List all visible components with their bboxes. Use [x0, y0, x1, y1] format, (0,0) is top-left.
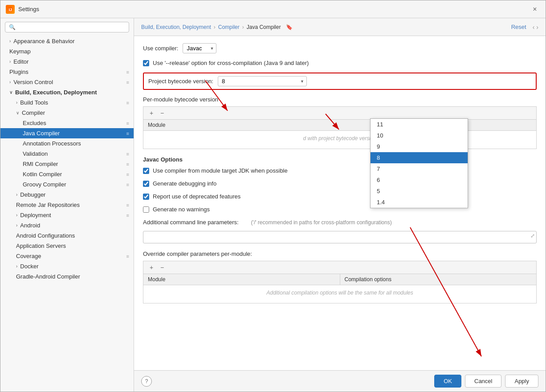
- remove-override-button[interactable]: −: [158, 263, 167, 272]
- sidebar-item-label: Android: [20, 222, 40, 229]
- ok-button[interactable]: OK: [434, 375, 461, 388]
- nav-forward-button[interactable]: ›: [536, 24, 538, 31]
- sidebar-item-android[interactable]: › Android: [0, 220, 134, 230]
- sidebar-item-deployment[interactable]: › Deployment ≡: [0, 210, 134, 220]
- per-module-table: + − Module Target bytecode version d wit…: [143, 106, 537, 149]
- override-empty-hint: Additional compilation options will be t…: [143, 285, 536, 300]
- expand-arrow-icon: ∨: [9, 90, 12, 95]
- dropdown-item-11[interactable]: 11: [371, 119, 468, 130]
- dropdown-item-14[interactable]: 1.4: [371, 197, 468, 208]
- settings-icon: ≡: [126, 202, 129, 208]
- sidebar-item-build-tools[interactable]: › Build Tools ≡: [0, 97, 134, 108]
- bytecode-version-row: Project bytecode version: 11 10 9 8 7 6 …: [143, 73, 537, 90]
- javac-options-title: Javac Options: [143, 156, 537, 163]
- settings-icon: ≡: [126, 182, 129, 187]
- remove-module-button[interactable]: −: [158, 109, 167, 117]
- release-option-row: Use '--release' option for cross-compila…: [143, 60, 537, 66]
- settings-icon: ≡: [126, 80, 129, 85]
- sidebar-item-docker[interactable]: › Docker: [0, 261, 134, 271]
- settings-icon: ≡: [126, 213, 129, 218]
- sidebar-item-appearance[interactable]: › Appearance & Behavior: [0, 36, 134, 46]
- reset-button[interactable]: Reset: [511, 24, 526, 30]
- settings-icon: ≡: [126, 162, 129, 167]
- sidebar-item-excludes[interactable]: Excludes ≡: [0, 118, 134, 128]
- cancel-button[interactable]: Cancel: [465, 375, 501, 388]
- release-option-checkbox[interactable]: [143, 60, 149, 66]
- javac-option4-row: Generate no warnings: [143, 206, 537, 213]
- sidebar-item-validation[interactable]: Validation ≡: [0, 149, 134, 159]
- dropdown-item-9[interactable]: 9: [371, 141, 468, 152]
- sidebar-item-label: Docker: [20, 263, 38, 270]
- sidebar-item-annotation-processors[interactable]: Annotation Processors: [0, 138, 134, 149]
- breadcrumb-item-2[interactable]: Compiler: [218, 24, 240, 30]
- sidebar-item-application-servers[interactable]: Application Servers: [0, 241, 134, 251]
- dropdown-item-6[interactable]: 6: [371, 174, 468, 186]
- sidebar-item-label: Java Compiler: [23, 130, 60, 137]
- javac-option3-checkbox[interactable]: [143, 194, 149, 200]
- javac-option4-checkbox[interactable]: [143, 206, 149, 213]
- override-toolbar: + −: [143, 261, 536, 274]
- sidebar-item-build-exec-deploy[interactable]: ∨ Build, Execution, Deployment: [0, 87, 134, 97]
- per-module-empty-hint: d with project bytecode version: [143, 131, 536, 146]
- breadcrumb-item-1[interactable]: Build, Execution, Deployment: [141, 24, 211, 30]
- close-button[interactable]: ×: [530, 4, 540, 15]
- sidebar-item-label: Keymap: [9, 48, 31, 55]
- add-override-button[interactable]: +: [147, 263, 156, 272]
- dropdown-item-5[interactable]: 5: [371, 186, 468, 197]
- sidebar-item-kotlin-compiler[interactable]: Kotlin Compiler ≡: [0, 169, 134, 179]
- sidebar-item-editor[interactable]: › Editor: [0, 57, 134, 67]
- sidebar-item-plugins[interactable]: Plugins ≡: [0, 67, 134, 77]
- search-input[interactable]: [5, 22, 129, 32]
- sidebar-item-coverage[interactable]: Coverage ≡: [0, 251, 134, 261]
- sidebar-search-container: [0, 18, 134, 36]
- override-params-table: + − Module Compilation options Additiona…: [143, 261, 537, 303]
- per-module-section: Per-module bytecode version + − Module T…: [143, 96, 537, 149]
- add-module-button[interactable]: +: [147, 109, 156, 117]
- dropdown-item-8[interactable]: 8: [371, 152, 468, 163]
- expand-arrow-icon: ›: [16, 264, 17, 269]
- svg-text:IJ: IJ: [9, 7, 12, 12]
- settings-icon: ≡: [126, 172, 129, 177]
- nav-back-button[interactable]: ‹: [533, 24, 535, 31]
- settings-icon: ≡: [126, 121, 129, 126]
- breadcrumb-sep-1: ›: [214, 24, 216, 30]
- app-icon: IJ: [6, 5, 15, 14]
- per-module-table-body: d with project bytecode version: [143, 131, 536, 149]
- sidebar-item-compiler[interactable]: ∨ Compiler: [0, 108, 134, 118]
- sidebar-item-debugger[interactable]: › Debugger: [0, 190, 134, 200]
- sidebar-item-groovy-compiler[interactable]: Groovy Compiler ≡: [0, 179, 134, 190]
- javac-option1-checkbox[interactable]: [143, 168, 149, 174]
- sidebar-item-gradle-android[interactable]: Gradle-Android Compiler: [0, 271, 134, 282]
- additional-params-input[interactable]: [143, 231, 537, 243]
- dropdown-item-7[interactable]: 7: [371, 163, 468, 174]
- apply-button[interactable]: Apply: [505, 375, 538, 388]
- dropdown-item-10[interactable]: 10: [371, 130, 468, 141]
- sidebar-item-label: Debugger: [20, 191, 45, 198]
- sidebar-item-remote-jar[interactable]: Remote Jar Repositories ≡: [0, 200, 134, 210]
- sidebar-item-label: Deployment: [20, 212, 51, 218]
- sidebar-item-rmi-compiler[interactable]: RMI Compiler ≡: [0, 159, 134, 169]
- expand-arrow-icon: ›: [9, 39, 11, 44]
- sidebar-item-keymap[interactable]: Keymap: [0, 46, 134, 57]
- help-button[interactable]: ?: [141, 376, 152, 387]
- javac-option2-checkbox[interactable]: [143, 181, 149, 187]
- bytecode-version-select[interactable]: 11 10 9 8 7 6 5 1.4: [218, 76, 307, 86]
- bytecode-dropdown: 11 10 9 8 7 6 5 1.4: [370, 118, 468, 208]
- sidebar-item-label: Build, Execution, Deployment: [15, 89, 97, 96]
- sidebar-item-android-configs[interactable]: Android Configurations: [0, 230, 134, 241]
- sidebar-item-label: Excludes: [23, 120, 46, 126]
- sidebar: › Appearance & Behavior Keymap › Editor …: [0, 18, 134, 392]
- sidebar-item-version-control[interactable]: › Version Control ≡: [0, 77, 134, 87]
- use-compiler-select[interactable]: Javac Eclipse Ajc: [183, 43, 216, 53]
- title-bar-text: Settings: [18, 6, 526, 12]
- bytecode-select-wrapper: 11 10 9 8 7 6 5 1.4: [218, 76, 307, 86]
- sidebar-item-java-compiler[interactable]: Java Compiler ≡: [0, 128, 134, 138]
- sidebar-item-label: Gradle-Android Compiler: [16, 273, 80, 280]
- expand-icon[interactable]: ⤢: [530, 233, 535, 239]
- settings-icon: ≡: [126, 131, 129, 136]
- expand-arrow-icon: ∨: [16, 110, 19, 115]
- sidebar-item-label: Remote Jar Repositories: [16, 202, 80, 208]
- use-compiler-label: Use compiler:: [143, 45, 178, 52]
- override-table-header: Module Compilation options: [143, 274, 536, 285]
- expand-arrow-icon: ›: [16, 100, 17, 105]
